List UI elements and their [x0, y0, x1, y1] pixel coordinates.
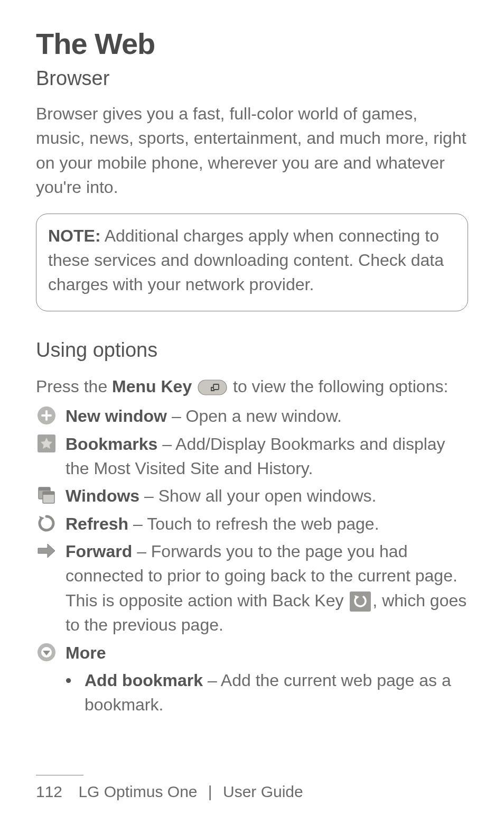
windows-stack-icon [36, 485, 57, 506]
options-intro-post: to view the following options: [233, 377, 448, 396]
back-key-icon [349, 591, 371, 612]
menu-key-icon [198, 380, 227, 395]
forward-arrow-icon [36, 540, 57, 561]
more-circle-icon [36, 642, 57, 663]
option-more: More [36, 641, 468, 665]
option-desc: – Open a new window. [167, 406, 342, 426]
intro-paragraph: Browser gives you a fast, full-color wor… [36, 101, 468, 200]
option-label: Bookmarks [66, 434, 157, 454]
footer-doc: User Guide [223, 783, 303, 800]
sub-add-bookmark: Add bookmark – Add the current web page … [66, 668, 468, 717]
svg-rect-10 [350, 591, 371, 612]
page-title: The Web [36, 26, 468, 61]
option-label: Windows [66, 486, 139, 505]
svg-rect-4 [41, 414, 52, 417]
page-footer: 112 LG Optimus One | User Guide [36, 775, 468, 801]
footer-rule [36, 775, 83, 775]
sub-label: Add bookmark [85, 671, 203, 690]
option-refresh: Refresh – Touch to refresh the web page. [36, 512, 468, 536]
option-forward: Forward – Forwards you to the page you h… [36, 539, 468, 637]
option-label: More [66, 643, 106, 662]
option-label: New window [66, 406, 167, 426]
manual-page: The Web Browser Browser gives you a fast… [0, 0, 504, 823]
footer-separator: | [208, 783, 212, 800]
plus-circle-icon [36, 405, 57, 426]
note-label: NOTE: [48, 226, 101, 245]
note-box: NOTE: Additional charges apply when conn… [36, 214, 468, 311]
option-label: Refresh [66, 514, 128, 533]
options-intro-menukey: Menu Key [112, 377, 192, 396]
svg-rect-7 [39, 487, 50, 491]
option-desc: – Show all your open windows. [139, 486, 376, 505]
section-using-options: Using options [36, 339, 468, 362]
option-bookmarks: Bookmarks – Add/Display Bookmarks and di… [36, 432, 468, 481]
star-square-icon [36, 433, 57, 454]
footer-product: LG Optimus One [78, 783, 197, 800]
subtitle-browser: Browser [36, 67, 468, 90]
options-intro-pre: Press the [36, 377, 112, 396]
svg-rect-9 [43, 492, 54, 495]
option-label: Forward [66, 542, 132, 561]
note-text: Additional charges apply when connecting… [48, 226, 444, 294]
options-list: New window – Open a new window. Bookmark… [36, 404, 468, 665]
footer-text: 112 LG Optimus One | User Guide [36, 783, 468, 801]
refresh-icon [36, 513, 57, 534]
page-number: 112 [36, 783, 62, 801]
options-intro: Press the Menu Key to view the following… [36, 374, 468, 399]
option-new-window: New window – Open a new window. [36, 404, 468, 428]
option-desc: – Touch to refresh the web page. [128, 514, 379, 533]
more-sublist: Add bookmark – Add the current web page … [36, 668, 468, 717]
option-windows: Windows – Show all your open windows. [36, 484, 468, 508]
